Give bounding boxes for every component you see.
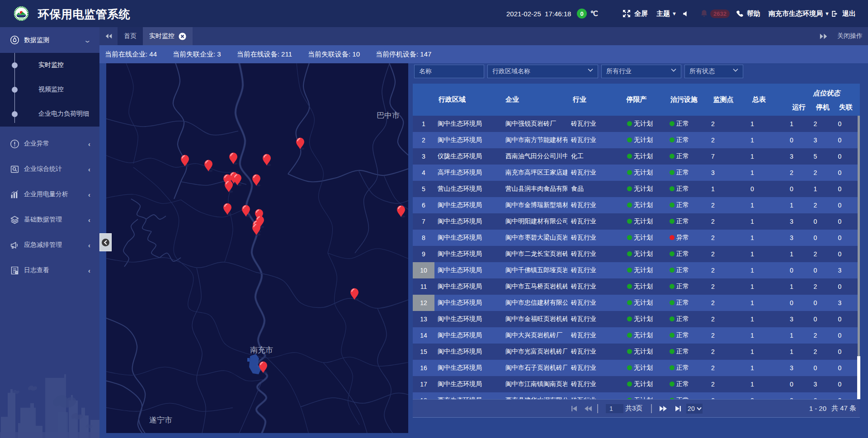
svg-text:遂宁市: 遂宁市 xyxy=(149,416,172,424)
svg-text:巴中市: 巴中市 xyxy=(377,111,400,120)
svg-text:南充市: 南充市 xyxy=(250,346,273,354)
